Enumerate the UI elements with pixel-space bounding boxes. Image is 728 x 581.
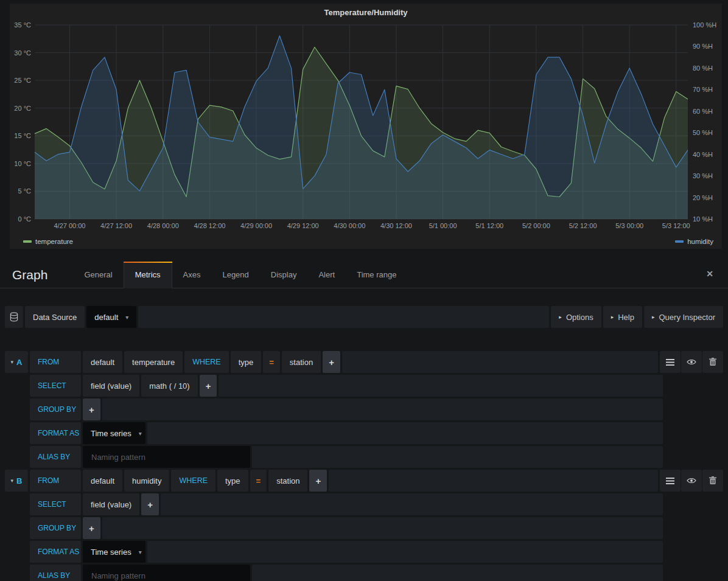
alias-input[interactable] (83, 565, 250, 581)
select-field-chip[interactable]: field (value) (83, 375, 139, 397)
from-policy-chip[interactable]: default (83, 351, 122, 373)
query-delete-button[interactable] (702, 351, 723, 373)
where-value-chip[interactable]: station (268, 470, 307, 492)
from-label: FROM (30, 470, 81, 492)
format-as-label: FORMAT AS (30, 422, 81, 444)
legend-item-humidity[interactable]: humidity (675, 238, 713, 245)
svg-text:70 %H: 70 %H (693, 86, 713, 93)
svg-text:80 %H: 80 %H (693, 64, 713, 72)
format-as-value: Time series (91, 548, 131, 557)
alias-input[interactable] (83, 446, 250, 468)
menu-icon (666, 478, 674, 484)
options-button-label: Options (566, 313, 593, 322)
where-operator-chip[interactable]: = (263, 351, 280, 373)
query-menu-button[interactable] (660, 351, 681, 373)
datasource-label: Data Source (25, 306, 85, 328)
measurement-chip[interactable]: humidity (124, 470, 169, 492)
svg-text:4/29 12:00: 4/29 12:00 (287, 222, 319, 229)
legend-label: temperature (35, 238, 73, 245)
tab-general[interactable]: General (73, 262, 123, 288)
row-filler (161, 493, 663, 515)
query-visibility-button[interactable] (681, 470, 702, 492)
query-ref-letter: B (16, 476, 22, 485)
add-condition-button[interactable]: + (323, 351, 340, 373)
query-a-select-row: SELECT field (value) math ( / 10) + (30, 375, 723, 397)
timeseries-chart[interactable]: 0 °C5 °C10 °C15 °C20 °C25 °C30 °C35 °C10… (10, 21, 722, 235)
svg-text:100 %H: 100 %H (693, 21, 716, 29)
panel-title: Temperature/Humidity (10, 4, 722, 21)
tab-alert[interactable]: Alert (307, 262, 346, 288)
svg-text:50 %H: 50 %H (693, 129, 713, 136)
add-condition-button[interactable]: + (309, 470, 327, 492)
svg-text:30 %H: 30 %H (693, 172, 713, 179)
query-b-alias-row: ALIAS BY (30, 565, 723, 581)
format-as-select[interactable]: Time series ▾ (83, 422, 145, 444)
row-filler (102, 517, 663, 539)
alias-by-label: ALIAS BY (30, 446, 81, 468)
caret-down-icon: ▾ (125, 314, 128, 321)
tab-legend[interactable]: Legend (211, 262, 259, 288)
legend-item-temperature[interactable]: temperature (23, 238, 73, 245)
add-select-button[interactable]: + (141, 493, 159, 515)
help-button-label: Help (618, 313, 634, 322)
add-group-by-button[interactable]: + (83, 517, 100, 539)
query-b-format-row: FORMAT AS Time series ▾ (30, 541, 723, 563)
format-as-select[interactable]: Time series ▾ (83, 541, 145, 563)
svg-text:4/29 00:00: 4/29 00:00 (240, 222, 272, 229)
where-label-chip[interactable]: WHERE (184, 351, 229, 373)
svg-text:5/2 12:00: 5/2 12:00 (569, 222, 597, 229)
where-key-chip[interactable]: type (231, 351, 262, 373)
datasource-toolbar: Data Source default ▾ ▸ Options ▸ Help ▸… (5, 306, 723, 328)
row-filler (252, 446, 663, 468)
query-visibility-button[interactable] (681, 351, 702, 373)
query-b-collapse-toggle[interactable]: ▾ B (5, 470, 28, 492)
query-a-collapse-toggle[interactable]: ▾ A (5, 351, 28, 373)
legend-label: humidity (687, 238, 713, 245)
tab-axes[interactable]: Axes (172, 262, 212, 288)
query-ref-letter: A (16, 358, 22, 367)
row-filler (102, 398, 663, 420)
where-label-chip[interactable]: WHERE (171, 470, 215, 492)
select-field-chip[interactable]: field (value) (83, 493, 139, 515)
close-icon[interactable]: ✕ (706, 269, 713, 279)
svg-text:20 °C: 20 °C (14, 105, 31, 112)
select-math-chip[interactable]: math ( / 10) (141, 375, 197, 397)
query-inspector-button[interactable]: ▸ Query Inspector (644, 306, 723, 328)
row-filler (342, 351, 658, 373)
chart-legend: temperature humidity (10, 237, 722, 249)
caret-right-icon: ▸ (559, 314, 562, 320)
from-policy-chip[interactable]: default (83, 470, 122, 492)
tab-time-range[interactable]: Time range (346, 262, 407, 288)
eye-icon (687, 477, 696, 484)
svg-text:5/1 00:00: 5/1 00:00 (429, 222, 457, 229)
tab-metrics[interactable]: Metrics (124, 262, 172, 288)
datasource-select[interactable]: default ▾ (86, 306, 136, 328)
from-label: FROM (30, 351, 81, 373)
query-a-from-row: ▾ A FROM default temperature WHERE type … (5, 351, 723, 373)
query-b-from-row: ▾ B FROM default humidity WHERE type = s… (5, 470, 723, 492)
panel-type-title: Graph (12, 268, 47, 282)
graph-panel: Temperature/Humidity 0 °C5 °C10 °C15 °C2… (10, 4, 722, 249)
tab-display[interactable]: Display (260, 262, 308, 288)
svg-text:40 %H: 40 %H (693, 151, 713, 158)
svg-text:30 °C: 30 °C (14, 49, 31, 57)
where-value-chip[interactable]: station (282, 351, 321, 373)
select-label: SELECT (30, 493, 81, 515)
svg-text:15 °C: 15 °C (14, 132, 31, 139)
caret-down-icon: ▾ (11, 359, 14, 365)
query-a-format-row: FORMAT AS Time series ▾ (30, 422, 723, 444)
svg-text:5/1 12:00: 5/1 12:00 (475, 222, 503, 229)
options-button[interactable]: ▸ Options (551, 306, 601, 328)
query-menu-button[interactable] (660, 470, 681, 492)
help-button[interactable]: ▸ Help (603, 306, 642, 328)
query-b-select-row: SELECT field (value) + (30, 493, 723, 515)
where-key-chip[interactable]: type (217, 470, 248, 492)
svg-text:5/3 00:00: 5/3 00:00 (615, 222, 643, 229)
group-by-label: GROUP BY (30, 398, 81, 420)
measurement-chip[interactable]: temperature (124, 351, 183, 373)
query-delete-button[interactable] (702, 470, 723, 492)
add-select-button[interactable]: + (200, 375, 217, 397)
where-operator-chip[interactable]: = (250, 470, 267, 492)
svg-text:10 %H: 10 %H (693, 215, 713, 223)
add-group-by-button[interactable]: + (83, 398, 100, 420)
